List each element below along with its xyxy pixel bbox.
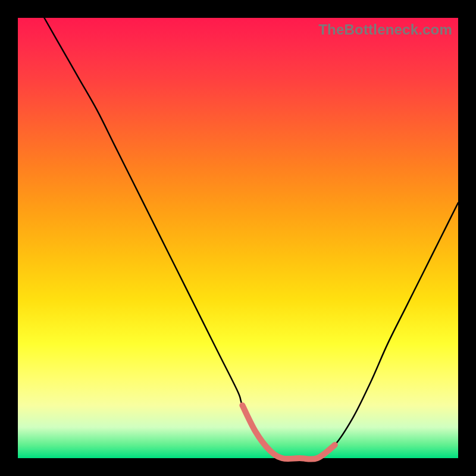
- highlighted-valley-path: [242, 405, 334, 459]
- bottleneck-curve-path: [44, 18, 458, 459]
- plot-area: TheBottleneck.com: [18, 18, 458, 458]
- curve-svg: [18, 18, 458, 458]
- chart-frame: TheBottleneck.com: [0, 0, 476, 476]
